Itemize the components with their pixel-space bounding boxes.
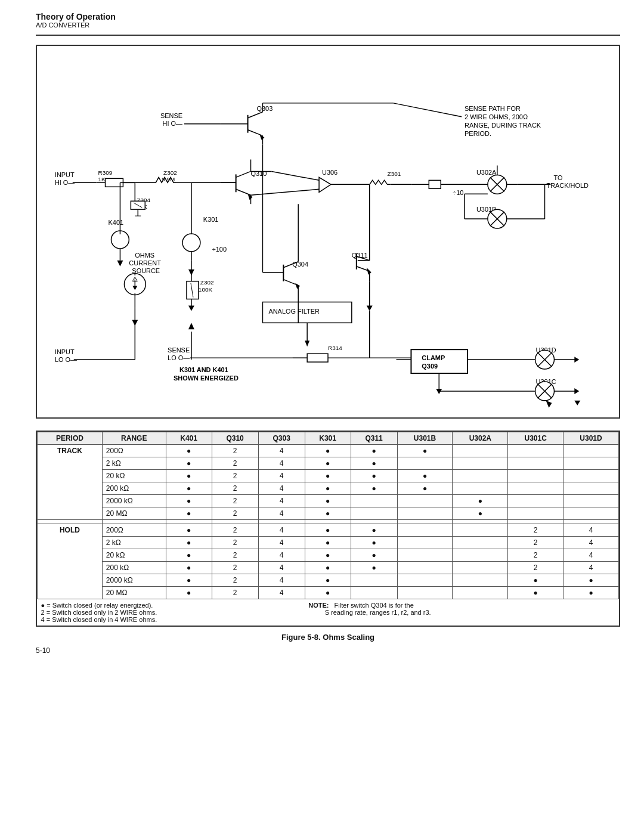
cell-k301: ● [305,549,351,562]
cell-u301b: ● [397,445,453,457]
period-cell: TRACK [38,445,103,520]
col-u302a: U302A [453,432,508,445]
svg-marker-117 [295,283,300,289]
svg-text:OHMS: OHMS [135,252,154,259]
cell-range: 20 MΩ [102,507,166,520]
svg-text:CLAMP: CLAMP [422,354,445,361]
col-u301c: U301C [508,432,564,445]
cell-u301d [564,495,619,507]
cell-u301b [397,574,453,587]
cell-q303: 4 [258,445,305,457]
svg-text:Z302: Z302 [200,279,214,286]
col-range: RANGE [102,432,166,445]
cell-u302a [453,587,508,599]
cell-q311 [351,495,397,507]
page: Theory of Operation A/D CONVERTER SENSE … [0,0,644,839]
svg-text:ANALOG FILTER: ANALOG FILTER [268,308,320,315]
header-divider [36,35,620,36]
table-row: TRACK200Ω●24●●● [38,445,619,457]
svg-marker-82 [117,261,123,267]
cell-u301d [564,482,619,495]
cell-k301: ● [305,470,351,482]
cell-u301d: ● [564,574,619,587]
cell-u301b [397,587,453,599]
cell-u301b [397,457,453,470]
cell-u301b [397,562,453,574]
table-row: 200 kΩ●24●●● [38,482,619,495]
cell-range: 200Ω [102,445,166,457]
cell-range: 20 kΩ [102,470,166,482]
cell-u301d: 4 [564,549,619,562]
svg-text:LO O—: LO O— [168,354,190,361]
svg-line-42 [251,189,320,195]
cell-k301: ● [305,562,351,574]
cell-u301c: 2 [508,549,564,562]
svg-marker-39 [319,177,331,192]
cell-q311: ● [351,457,397,470]
cell-u302a [453,549,508,562]
cell-k401: ● [166,445,212,457]
svg-text:SHOWN ENERGIZED: SHOWN ENERGIZED [174,374,239,382]
cell-range: 2 kΩ [102,457,166,470]
cell-k301: ● [305,574,351,587]
svg-marker-168 [546,401,552,408]
cell-u301c [508,507,564,520]
svg-text:1K: 1K [98,176,106,182]
cell-q310: 2 [212,549,258,562]
svg-text:Z301: Z301 [388,171,401,177]
svg-text:÷100: ÷100 [212,246,227,253]
cell-u302a [453,562,508,574]
cell-k301: ● [305,457,351,470]
cell-u301b: ● [397,470,453,482]
col-period: PERIOD [38,432,103,445]
cell-u301c [508,470,564,482]
svg-marker-167 [574,401,580,405]
cell-u301d: ● [564,587,619,599]
svg-line-16 [394,103,462,117]
col-q303: Q303 [258,432,305,445]
cell-q311 [351,507,397,520]
schematic-svg: SENSE HI O— Q303 SENSE PATH FOR 2 WIRE O… [37,46,619,416]
cell-u301b [397,537,453,549]
cell-k401: ● [166,457,212,470]
cell-u302a: ● [453,495,508,507]
table-row: 2 kΩ●24●●24 [38,537,619,549]
cell-u302a [453,470,508,482]
cell-u301c: 2 [508,524,564,537]
svg-text:HI O—: HI O— [55,179,75,186]
cell-range: 2000 kΩ [102,574,166,587]
svg-line-8 [248,130,263,136]
table-row: 2 kΩ●24●● [38,457,619,470]
svg-line-41 [271,171,319,180]
table-separator-row [38,520,619,524]
cell-u301d: 4 [564,562,619,574]
svg-text:R314: R314 [328,345,342,351]
cell-u301b [397,495,453,507]
col-q310: Q310 [212,432,258,445]
cell-q303: 4 [258,470,305,482]
page-number: 5-10 [36,646,620,655]
svg-marker-131 [367,268,371,275]
svg-line-34 [236,189,251,195]
cell-q310: 2 [212,574,258,587]
cell-u301b: ● [397,482,453,495]
cell-u301d [564,507,619,520]
svg-text:K401: K401 [109,219,124,226]
cell-q311: ● [351,549,397,562]
cell-k301: ● [305,587,351,599]
table-row: 20 MΩ●24●● [38,507,619,520]
col-k301: K301 [305,432,351,445]
cell-u301c [508,445,564,457]
cell-range: 200Ω [102,524,166,537]
cell-k301: ● [305,524,351,537]
table-row: 2000 kΩ●24●● [38,495,619,507]
cell-q310: 2 [212,562,258,574]
svg-text:PERIOD.: PERIOD. [465,130,491,137]
svg-text:K301: K301 [203,216,219,223]
table-row: 2000 kΩ●24●●● [38,574,619,587]
svg-marker-163 [574,388,579,394]
cell-q311: ● [351,562,397,574]
cell-k401: ● [166,524,212,537]
table-row: 20 kΩ●24●●● [38,470,619,482]
figure-caption: Figure 5-8. Ohms Scaling [36,633,620,642]
